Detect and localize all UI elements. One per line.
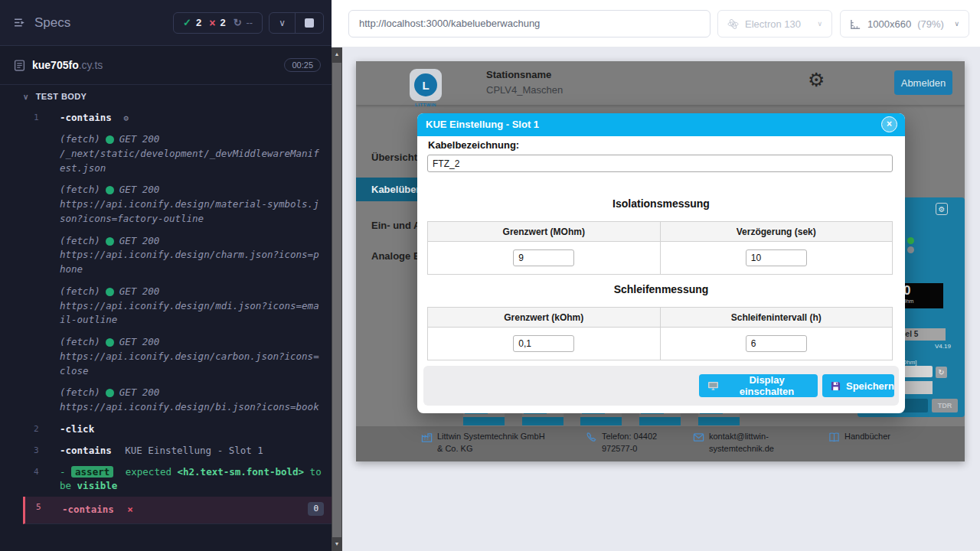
firmware-version: V4.19 [935, 343, 951, 350]
document-icon [14, 60, 25, 71]
stop-icon [305, 18, 314, 28]
book-icon [828, 432, 840, 446]
ruler-icon [850, 18, 861, 30]
command-message: KUE Einstellung - Slot 1 [125, 445, 263, 456]
command-log: 1 -contains ⚙ (fetch)GET 200 /_next/stat… [0, 107, 332, 524]
brand-name: LITTWIN [407, 103, 445, 107]
assert-visible: visible [77, 480, 118, 491]
scrollbar-thumb[interactable] [332, 63, 341, 537]
collapse-all-button[interactable]: ∨ [270, 13, 295, 33]
status-off-dot-icon [907, 246, 914, 253]
loop-col-intervall: Schleifenintervall (h) [660, 308, 893, 328]
fetch-log-entry[interactable]: (fetch)GET 200 /_next/static/development… [23, 129, 332, 179]
refresh-icon[interactable]: ↻ [936, 367, 947, 378]
test-body-toggle[interactable]: ∨ TEST BODY [0, 85, 332, 107]
loop-cell-intervall [660, 328, 893, 360]
specs-menu-icon[interactable] [14, 16, 27, 29]
fetch-url: https://api.iconify.design/mdi.json?icon… [60, 299, 324, 328]
loop-table: Grenzwert (kOhm) Schleifenintervall (h) [427, 307, 893, 360]
command-number: 3 [34, 445, 39, 457]
fetch-log-entry[interactable]: (fetch)GET 200 https://api.iconify.desig… [23, 230, 332, 281]
scroll-up-arrow-icon[interactable]: ▲ [332, 49, 342, 60]
fetch-log-entry[interactable]: (fetch)GET 200 https://api.iconify.desig… [23, 382, 332, 419]
stat-failed: ×2 [209, 17, 225, 29]
logo-mark-icon: L [414, 73, 437, 96]
fetch-label: (fetch) [60, 285, 100, 299]
modal-title-bar[interactable]: KUE Einstellung - Slot 1 [417, 113, 905, 136]
command-method: -contains [62, 504, 114, 515]
footer-company: Littwin Systemtechnik GmbH & Co. KG [421, 431, 552, 455]
isolation-table: Grenzwert (MOhm) Verzögerung (sek) [427, 221, 893, 275]
factory-icon [421, 432, 433, 455]
chevron-down-icon: ∨ [954, 20, 959, 28]
card-fragment-bar [463, 417, 505, 425]
spec-row[interactable]: kue705fo .cy.ts 00:25 [0, 46, 332, 85]
passed-count: 2 [196, 17, 201, 28]
status-dot-icon [106, 135, 114, 144]
url-address-bar[interactable]: http://localhost:3000/kabelueberwachung [348, 10, 710, 37]
fetch-log-entry[interactable]: (fetch)GET 200 https://api.iconify.desig… [23, 179, 332, 230]
pending-count: -- [247, 17, 253, 28]
card-gear-icon[interactable]: ⚙ [936, 203, 948, 215]
loop-grenzwert-input[interactable] [513, 335, 574, 352]
browser-selector[interactable]: Electron 130 ∨ [717, 10, 832, 37]
fetch-status: GET 200 [119, 386, 160, 400]
tdr-button[interactable]: TDR [932, 399, 958, 412]
assert-badge: assert [71, 466, 113, 478]
close-icon[interactable]: × [881, 116, 897, 132]
command-assert[interactable]: 4 - assert expected <h2.text-sm.font-bol… [23, 461, 332, 497]
save-button[interactable]: Speichern [822, 374, 894, 397]
reporter-scrollbar[interactable]: ▲ ▼ [332, 47, 342, 551]
settings-gear-icon[interactable]: ⚙ [808, 69, 825, 91]
iso-col-grenzwert: Grenzwert (MOhm) [428, 222, 661, 242]
spec-duration-badge: 00:25 [284, 58, 321, 72]
fetch-label: (fetch) [60, 132, 100, 147]
cable-designation-input[interactable] [427, 155, 893, 172]
scroll-down-arrow-icon[interactable]: ▼ [332, 539, 342, 549]
email-address[interactable]: kontakt@littwin-systemtechnik.de [709, 431, 786, 455]
stat-passed: ✓2 [183, 17, 201, 28]
footer-manuals[interactable]: Handbücher [828, 431, 890, 446]
stop-button[interactable] [295, 13, 323, 33]
floppy-disk-icon [831, 381, 841, 391]
iso-verzoegerung-input[interactable] [746, 249, 807, 266]
browser-name: Electron 130 [745, 18, 801, 30]
test-stats: ✓2 ×2 ↻-- [173, 12, 263, 34]
command-contains-3[interactable]: 3 -contains KUE Einstellung - Slot 1 [23, 440, 332, 461]
command-method: -click [60, 423, 94, 435]
viewport-selector[interactable]: 1000x660 (79%) ∨ [840, 10, 969, 37]
iso-cell-verzoegerung [660, 242, 893, 275]
assert-selector: <h2.text-sm.font-bold> [178, 466, 305, 478]
spec-name: kue705fo [32, 59, 79, 71]
footer-email: kontakt@littwin-systemtechnik.de [693, 431, 786, 455]
command-click[interactable]: 2 -click [23, 419, 332, 440]
company-name: Littwin Systemtechnik GmbH & Co. KG [437, 431, 552, 455]
command-number: 4 [34, 466, 39, 478]
fetch-log-entry[interactable]: (fetch)GET 200 https://api.iconify.desig… [23, 281, 332, 331]
refresh-icon: ↻ [234, 17, 242, 28]
loop-intervall-input[interactable] [746, 335, 807, 352]
status-dot-icon [106, 186, 114, 194]
chevron-down-icon: ∨ [279, 18, 286, 28]
display-on-button[interactable]: Display einschalten [699, 374, 818, 397]
nav-item-uebersicht[interactable]: Übersicht [371, 152, 417, 163]
monitor-icon [707, 381, 719, 391]
loop-heading: Schleifenmessung [417, 283, 905, 295]
check-icon: ✓ [183, 17, 191, 28]
command-contains-failed[interactable]: 5 -contains × 0 [23, 497, 332, 523]
command-contains-1[interactable]: 1 -contains ⚙ [23, 107, 332, 129]
logout-button[interactable]: Abmelden [894, 70, 952, 95]
iso-grenzwert-input[interactable] [513, 249, 574, 266]
iso-cell-grenzwert [428, 242, 661, 275]
fetch-log-entry[interactable]: (fetch)GET 200 https://api.iconify.desig… [23, 331, 332, 382]
fetch-status: GET 200 [119, 132, 160, 147]
kue-settings-modal: KUE Einstellung - Slot 1 × Kabelbezeichn… [417, 113, 905, 413]
viewport-size: 1000x660 [867, 18, 911, 30]
fetch-status: GET 200 [119, 335, 160, 350]
card-fragment-bar [698, 417, 740, 425]
specs-label[interactable]: Specs [34, 15, 70, 31]
manuals-link[interactable]: Handbücher [844, 431, 890, 446]
nav-item-analoge-eingaenge[interactable]: Analoge Ei [371, 250, 423, 262]
fetch-status: GET 200 [119, 183, 160, 197]
phone-icon [586, 432, 597, 455]
